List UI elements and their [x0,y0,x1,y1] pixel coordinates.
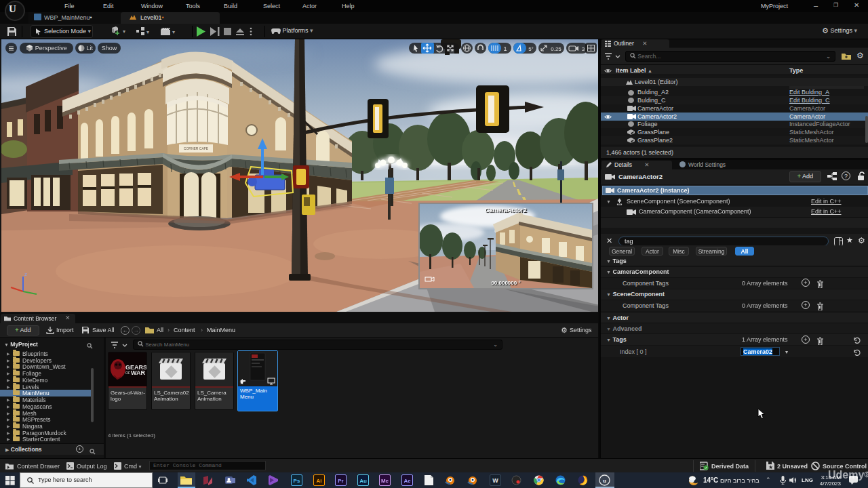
svg-text:CameraActor2: CameraActor2 [485,207,527,214]
svg-text:WAR: WAR [131,369,145,376]
svg-text:▾: ▾ [123,28,125,35]
svg-text:u: u [603,477,606,484]
svg-text:1: 1 [503,45,507,52]
svg-text:90.000000 °: 90.000000 ° [491,280,520,286]
svg-text:0.25: 0.25 [551,46,561,52]
svg-text:▾: ▾ [172,29,175,35]
svg-text:★: ★ [239,380,244,386]
svg-text:5°: 5° [528,46,534,52]
svg-text:▾: ▾ [146,29,149,35]
svg-text:CORNER CAFE: CORNER CAFE [184,146,209,150]
svg-text:★: ★ [768,464,773,470]
svg-text:z: z [24,271,27,277]
svg-text:OF: OF [125,371,130,375]
